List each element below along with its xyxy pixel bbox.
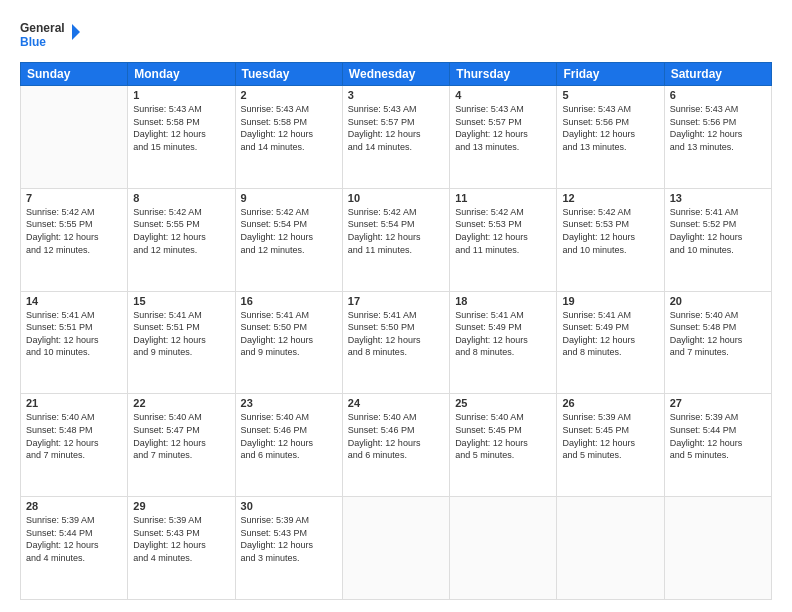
calendar-cell — [664, 497, 771, 600]
calendar-cell: 23Sunrise: 5:40 AM Sunset: 5:46 PM Dayli… — [235, 394, 342, 497]
day-info: Sunrise: 5:41 AM Sunset: 5:51 PM Dayligh… — [26, 309, 122, 359]
calendar-cell: 2Sunrise: 5:43 AM Sunset: 5:58 PM Daylig… — [235, 86, 342, 189]
day-number: 19 — [562, 295, 658, 307]
calendar-cell: 25Sunrise: 5:40 AM Sunset: 5:45 PM Dayli… — [450, 394, 557, 497]
weekday-header-sunday: Sunday — [21, 63, 128, 86]
weekday-header-friday: Friday — [557, 63, 664, 86]
week-row-2: 7Sunrise: 5:42 AM Sunset: 5:55 PM Daylig… — [21, 188, 772, 291]
calendar-cell: 11Sunrise: 5:42 AM Sunset: 5:53 PM Dayli… — [450, 188, 557, 291]
calendar-cell: 1Sunrise: 5:43 AM Sunset: 5:58 PM Daylig… — [128, 86, 235, 189]
day-info: Sunrise: 5:40 AM Sunset: 5:46 PM Dayligh… — [241, 411, 337, 461]
calendar-cell: 28Sunrise: 5:39 AM Sunset: 5:44 PM Dayli… — [21, 497, 128, 600]
calendar-cell — [450, 497, 557, 600]
calendar-cell: 13Sunrise: 5:41 AM Sunset: 5:52 PM Dayli… — [664, 188, 771, 291]
day-number: 4 — [455, 89, 551, 101]
calendar-cell: 24Sunrise: 5:40 AM Sunset: 5:46 PM Dayli… — [342, 394, 449, 497]
calendar-cell: 10Sunrise: 5:42 AM Sunset: 5:54 PM Dayli… — [342, 188, 449, 291]
day-info: Sunrise: 5:40 AM Sunset: 5:45 PM Dayligh… — [455, 411, 551, 461]
day-info: Sunrise: 5:40 AM Sunset: 5:48 PM Dayligh… — [26, 411, 122, 461]
calendar-cell: 17Sunrise: 5:41 AM Sunset: 5:50 PM Dayli… — [342, 291, 449, 394]
weekday-header-thursday: Thursday — [450, 63, 557, 86]
day-info: Sunrise: 5:42 AM Sunset: 5:55 PM Dayligh… — [26, 206, 122, 256]
day-number: 2 — [241, 89, 337, 101]
day-info: Sunrise: 5:41 AM Sunset: 5:50 PM Dayligh… — [241, 309, 337, 359]
day-number: 21 — [26, 397, 122, 409]
week-row-4: 21Sunrise: 5:40 AM Sunset: 5:48 PM Dayli… — [21, 394, 772, 497]
svg-marker-2 — [72, 24, 80, 40]
calendar-cell: 9Sunrise: 5:42 AM Sunset: 5:54 PM Daylig… — [235, 188, 342, 291]
day-number: 5 — [562, 89, 658, 101]
day-info: Sunrise: 5:43 AM Sunset: 5:57 PM Dayligh… — [455, 103, 551, 153]
calendar-cell: 19Sunrise: 5:41 AM Sunset: 5:49 PM Dayli… — [557, 291, 664, 394]
calendar-cell: 29Sunrise: 5:39 AM Sunset: 5:43 PM Dayli… — [128, 497, 235, 600]
calendar-cell: 8Sunrise: 5:42 AM Sunset: 5:55 PM Daylig… — [128, 188, 235, 291]
svg-text:Blue: Blue — [20, 35, 46, 49]
day-info: Sunrise: 5:42 AM Sunset: 5:54 PM Dayligh… — [241, 206, 337, 256]
day-number: 25 — [455, 397, 551, 409]
day-info: Sunrise: 5:41 AM Sunset: 5:51 PM Dayligh… — [133, 309, 229, 359]
calendar-cell — [21, 86, 128, 189]
day-info: Sunrise: 5:43 AM Sunset: 5:58 PM Dayligh… — [241, 103, 337, 153]
day-number: 26 — [562, 397, 658, 409]
day-info: Sunrise: 5:39 AM Sunset: 5:45 PM Dayligh… — [562, 411, 658, 461]
day-info: Sunrise: 5:39 AM Sunset: 5:44 PM Dayligh… — [670, 411, 766, 461]
day-number: 20 — [670, 295, 766, 307]
day-number: 27 — [670, 397, 766, 409]
weekday-header-tuesday: Tuesday — [235, 63, 342, 86]
weekday-header-row: SundayMondayTuesdayWednesdayThursdayFrid… — [21, 63, 772, 86]
weekday-header-monday: Monday — [128, 63, 235, 86]
day-number: 23 — [241, 397, 337, 409]
day-number: 3 — [348, 89, 444, 101]
day-info: Sunrise: 5:42 AM Sunset: 5:53 PM Dayligh… — [562, 206, 658, 256]
calendar-cell: 21Sunrise: 5:40 AM Sunset: 5:48 PM Dayli… — [21, 394, 128, 497]
calendar-cell: 27Sunrise: 5:39 AM Sunset: 5:44 PM Dayli… — [664, 394, 771, 497]
day-info: Sunrise: 5:40 AM Sunset: 5:46 PM Dayligh… — [348, 411, 444, 461]
day-info: Sunrise: 5:42 AM Sunset: 5:53 PM Dayligh… — [455, 206, 551, 256]
day-info: Sunrise: 5:39 AM Sunset: 5:44 PM Dayligh… — [26, 514, 122, 564]
day-number: 1 — [133, 89, 229, 101]
day-info: Sunrise: 5:41 AM Sunset: 5:49 PM Dayligh… — [562, 309, 658, 359]
day-number: 7 — [26, 192, 122, 204]
calendar-cell: 14Sunrise: 5:41 AM Sunset: 5:51 PM Dayli… — [21, 291, 128, 394]
day-number: 24 — [348, 397, 444, 409]
day-info: Sunrise: 5:39 AM Sunset: 5:43 PM Dayligh… — [241, 514, 337, 564]
day-number: 16 — [241, 295, 337, 307]
calendar-cell: 26Sunrise: 5:39 AM Sunset: 5:45 PM Dayli… — [557, 394, 664, 497]
day-number: 30 — [241, 500, 337, 512]
day-number: 9 — [241, 192, 337, 204]
day-number: 22 — [133, 397, 229, 409]
weekday-header-wednesday: Wednesday — [342, 63, 449, 86]
day-number: 14 — [26, 295, 122, 307]
day-number: 29 — [133, 500, 229, 512]
day-info: Sunrise: 5:40 AM Sunset: 5:47 PM Dayligh… — [133, 411, 229, 461]
calendar-cell: 16Sunrise: 5:41 AM Sunset: 5:50 PM Dayli… — [235, 291, 342, 394]
day-info: Sunrise: 5:43 AM Sunset: 5:58 PM Dayligh… — [133, 103, 229, 153]
day-number: 11 — [455, 192, 551, 204]
day-info: Sunrise: 5:43 AM Sunset: 5:56 PM Dayligh… — [670, 103, 766, 153]
day-info: Sunrise: 5:42 AM Sunset: 5:55 PM Dayligh… — [133, 206, 229, 256]
svg-text:General: General — [20, 21, 65, 35]
header: General Blue — [20, 16, 772, 54]
calendar-cell — [342, 497, 449, 600]
calendar-cell: 15Sunrise: 5:41 AM Sunset: 5:51 PM Dayli… — [128, 291, 235, 394]
day-info: Sunrise: 5:39 AM Sunset: 5:43 PM Dayligh… — [133, 514, 229, 564]
calendar-table: SundayMondayTuesdayWednesdayThursdayFrid… — [20, 62, 772, 600]
week-row-1: 1Sunrise: 5:43 AM Sunset: 5:58 PM Daylig… — [21, 86, 772, 189]
day-info: Sunrise: 5:40 AM Sunset: 5:48 PM Dayligh… — [670, 309, 766, 359]
calendar-cell — [557, 497, 664, 600]
day-number: 28 — [26, 500, 122, 512]
day-number: 17 — [348, 295, 444, 307]
day-number: 15 — [133, 295, 229, 307]
calendar-cell: 4Sunrise: 5:43 AM Sunset: 5:57 PM Daylig… — [450, 86, 557, 189]
day-number: 6 — [670, 89, 766, 101]
day-number: 18 — [455, 295, 551, 307]
calendar-cell: 20Sunrise: 5:40 AM Sunset: 5:48 PM Dayli… — [664, 291, 771, 394]
week-row-3: 14Sunrise: 5:41 AM Sunset: 5:51 PM Dayli… — [21, 291, 772, 394]
calendar-cell: 12Sunrise: 5:42 AM Sunset: 5:53 PM Dayli… — [557, 188, 664, 291]
day-info: Sunrise: 5:41 AM Sunset: 5:49 PM Dayligh… — [455, 309, 551, 359]
calendar-cell: 22Sunrise: 5:40 AM Sunset: 5:47 PM Dayli… — [128, 394, 235, 497]
day-number: 8 — [133, 192, 229, 204]
calendar-cell: 6Sunrise: 5:43 AM Sunset: 5:56 PM Daylig… — [664, 86, 771, 189]
day-number: 10 — [348, 192, 444, 204]
day-info: Sunrise: 5:41 AM Sunset: 5:52 PM Dayligh… — [670, 206, 766, 256]
